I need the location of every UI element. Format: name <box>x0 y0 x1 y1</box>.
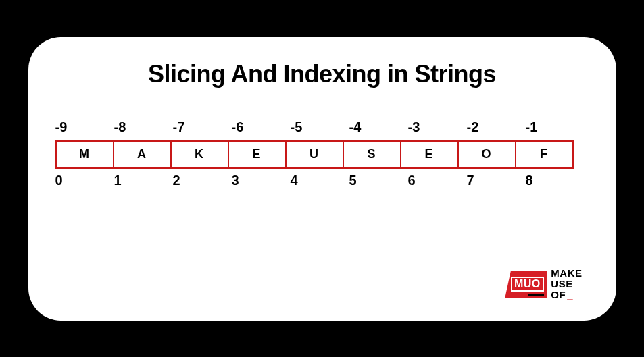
positive-index-row: 0 1 2 3 4 5 6 7 8 <box>55 173 589 188</box>
pos-index-label: 7 <box>466 173 524 188</box>
neg-index-label: -6 <box>230 119 289 135</box>
pos-index-label: 1 <box>113 173 172 188</box>
neg-index-label: -8 <box>113 119 172 135</box>
neg-index-label: -4 <box>348 119 407 135</box>
char-cell: E <box>400 140 459 169</box>
char-cell: A <box>113 140 172 169</box>
neg-index-label: -3 <box>407 119 466 135</box>
logo-cursor-icon: _ <box>567 290 573 300</box>
negative-index-row: -9 -8 -7 -6 -5 -4 -3 -2 -1 <box>55 119 589 135</box>
neg-index-label: -9 <box>54 119 113 135</box>
pos-index-label: 2 <box>172 173 230 188</box>
pos-index-label: 5 <box>348 173 407 188</box>
muo-logo: MUO MAKE USE OF_ <box>505 268 582 300</box>
logo-word-make: MAKE <box>551 268 582 279</box>
muo-badge-icon: MUO <box>505 271 547 298</box>
string-index-diagram: -9 -8 -7 -6 -5 -4 -3 -2 -1 M A K E U S E… <box>55 119 589 188</box>
char-cell: S <box>343 140 401 169</box>
neg-index-label: -7 <box>172 119 230 135</box>
muo-badge-text: MUO <box>511 277 544 292</box>
pos-index-label: 0 <box>54 173 113 188</box>
neg-index-label: -1 <box>524 119 583 135</box>
char-cell: K <box>170 140 229 169</box>
char-cell: U <box>285 140 344 169</box>
char-cell: M <box>55 140 114 169</box>
neg-index-label: -5 <box>289 119 348 135</box>
neg-index-label: -2 <box>466 119 524 135</box>
char-cell: E <box>228 140 287 169</box>
logo-word-of: OF <box>551 290 566 300</box>
char-cell: O <box>457 140 516 169</box>
pos-index-label: 8 <box>524 173 583 188</box>
diagram-title: Slicing And Indexing in Strings <box>55 60 589 88</box>
muo-wordmark: MAKE USE OF_ <box>551 268 582 300</box>
char-cell: F <box>515 140 574 169</box>
diagram-card: Slicing And Indexing in Strings -9 -8 -7… <box>28 37 616 321</box>
character-cells-row: M A K E U S E O F <box>55 140 589 169</box>
pos-index-label: 4 <box>289 173 348 188</box>
pos-index-label: 6 <box>407 173 466 188</box>
pos-index-label: 3 <box>230 173 289 188</box>
logo-word-use: USE <box>551 279 582 290</box>
